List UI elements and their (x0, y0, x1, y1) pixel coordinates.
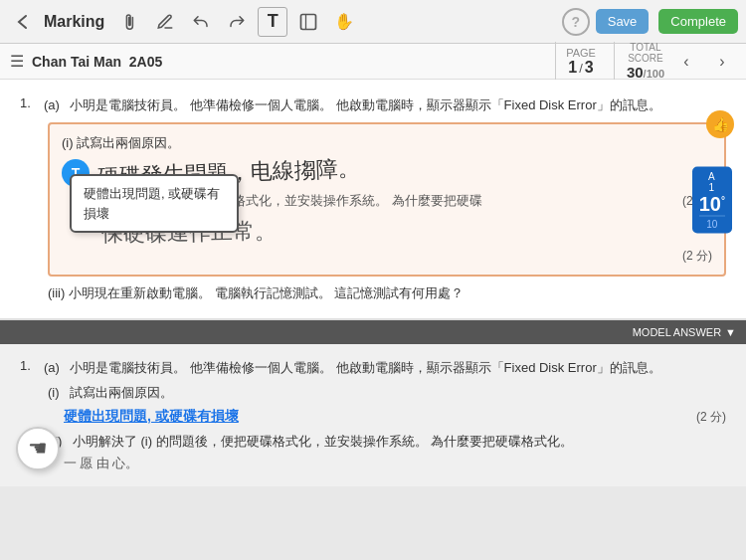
score-marker-value: 10° (699, 192, 725, 215)
svg-rect-0 (301, 14, 316, 29)
shape-tool-icon[interactable] (293, 7, 323, 37)
model-answer-bar[interactable]: MODEL ANSWER ▼ (0, 320, 746, 344)
page-info: PAGE 1 / 3 TOTAL SCORE 30/100 (555, 42, 664, 81)
score-marker-label: A1 (699, 170, 725, 192)
lower-q-num: 1. (20, 358, 36, 377)
answer-highlight-box: 👍 (i) 試寫出兩個原因。 T 硬碟發生問題，电線搊障。 硬體出現問題, 或硬… (48, 122, 726, 277)
main-content: 1. (a) 小明是電腦技術員。 他準備檢修一個人電腦。 他啟動電腦時，顯示器顯… (0, 80, 746, 560)
prev-page-button[interactable]: ‹ (672, 48, 700, 76)
save-button[interactable]: Save (596, 9, 650, 34)
lower-qii-text: 小明解決了 (i) 的問題後，便把硬碟格式化，並安裝操作系統。 為什麼要把硬碟格… (73, 434, 573, 449)
hand-tool-icon[interactable]: ✋ (329, 7, 359, 37)
score-marker[interactable]: A1 10° 10 (692, 166, 732, 233)
undo-icon[interactable] (186, 7, 216, 37)
tooltip-correction: 硬體出現問題, 或硬碟有損壞 (70, 174, 239, 233)
student-info: Chan Tai Man 2A05 (32, 54, 547, 70)
toolbar-title: Marking (44, 13, 104, 31)
lower-qi: (i) 試寫出兩個原因。 (48, 383, 726, 402)
q-num: 1. (20, 95, 36, 114)
text-tool-icon[interactable]: T (258, 7, 287, 37)
lower-qa-text: 小明是電腦技術員。 他準備檢修一個人電腦。 他啟動電腦時，顯示器顯示「Fixed… (70, 360, 660, 375)
lower-answer1-text: 硬體出現問題, 或硬碟有損壞 (64, 408, 239, 426)
lower-qa-label: (a) (44, 360, 60, 375)
qi-question: (i) 試寫出兩個原因。 (62, 134, 712, 152)
qa-label: (a) (44, 97, 60, 112)
thumb-up-icon: 👍 (706, 110, 734, 138)
pen-icon[interactable] (150, 7, 180, 37)
hand-tool-button[interactable]: ☚ (16, 427, 60, 470)
sub-toolbar: ☰ Chan Tai Man 2A05 PAGE 1 / 3 TOTAL SCO… (0, 44, 746, 80)
redo-icon[interactable] (222, 7, 252, 37)
menu-icon[interactable]: ☰ (10, 52, 24, 71)
model-answer-section: 1. (a) 小明是電腦技術員。 他準備檢修一個人電腦。 他啟動電腦時，顯示器顯… (0, 344, 746, 486)
lower-qi-text: 試寫出兩個原因。 (70, 385, 173, 400)
qa-text: 小明是電腦技術員。 他準備檢修一個人電腦。 他啟動電腦時，顯示器顯示「Fixed… (70, 97, 660, 112)
lower-handwriting: 一 愿 由 心。 (64, 455, 726, 472)
next-page-button[interactable]: › (708, 48, 736, 76)
score-marker-denom: 10 (699, 215, 725, 229)
lower-answer1: 硬體出現問題, 或硬碟有損壞 (2 分) (64, 408, 726, 426)
lower-score1: (2 分) (696, 409, 726, 426)
complete-button[interactable]: Complete (658, 9, 738, 34)
lower-qi-label: (i) (48, 385, 60, 400)
help-button[interactable]: ? (562, 8, 590, 36)
lower-qii: (ii) 小明解決了 (i) 的問題後，便把硬碟格式化，並安裝操作系統。 為什麼… (48, 432, 726, 451)
scroll-area: 1. (a) 小明是電腦技術員。 他準備檢修一個人電腦。 他啟動電腦時，顯示器顯… (0, 80, 746, 560)
qiii-text: (iii) 小明現在重新啟動電腦。 電腦執行記憶測試。 這記憶測試有何用處？ (48, 284, 726, 302)
toolbar: Marking T ✋ ? Save Complete (0, 0, 746, 44)
back-button[interactable] (8, 7, 38, 37)
attach-icon[interactable] (114, 7, 144, 37)
student-work-section: 1. (a) 小明是電腦技術員。 他準備檢修一個人電腦。 他啟動電腦時，顯示器顯… (0, 80, 746, 320)
